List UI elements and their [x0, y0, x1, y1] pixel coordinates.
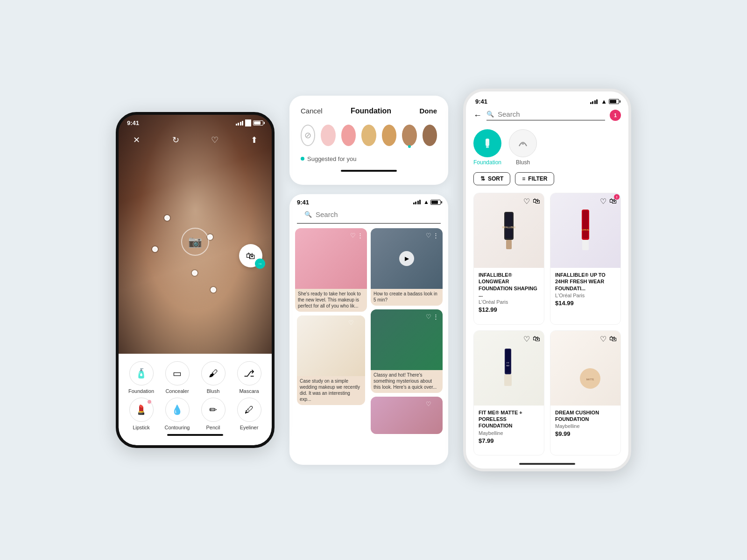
- heart-icon[interactable]: ♡: [206, 132, 223, 148]
- category-tab-blush[interactable]: Blush: [509, 129, 537, 166]
- product-card-1[interactable]: INFALLIBLE ♡ 🛍 INFALLIBLE® LONGWEAR FOUN…: [473, 193, 544, 325]
- category-mascara[interactable]: ⎇ Mascara: [232, 361, 266, 394]
- feed-heart-5[interactable]: ♡: [426, 400, 431, 407]
- contouring-label: Contouring: [165, 425, 190, 430]
- color-tan-swatch[interactable]: [382, 125, 396, 146]
- feed-play-icon[interactable]: ▶: [399, 251, 414, 266]
- feed-image-5: ♡: [371, 397, 443, 434]
- suggested-text: Suggested for you: [307, 155, 357, 162]
- camera-controls: ✕ ↻ ♡ ⬆: [119, 132, 272, 148]
- share-icon[interactable]: ⬆: [246, 132, 262, 148]
- search-icon: 🔍: [304, 211, 312, 218]
- color-pink-swatch[interactable]: [341, 125, 356, 146]
- lipstick-label: Lipstick: [133, 425, 150, 430]
- battery-icon: [609, 99, 619, 104]
- search-input-phone3[interactable]: [498, 110, 605, 118]
- close-icon[interactable]: ✕: [128, 132, 145, 148]
- add-to-cart-icon-3[interactable]: 🛍: [533, 335, 540, 343]
- color-light-pink-swatch[interactable]: [321, 125, 335, 146]
- product-info-2: INFALLIBLE® UP TO 24HR FRESH WEAR FOUNDA…: [550, 268, 620, 311]
- feed-item-1[interactable]: ♡ ⋮ She's ready to take her look to the …: [295, 228, 367, 312]
- wishlist-icon-3[interactable]: ♡: [523, 335, 530, 343]
- product-brand-3: Maybelline: [479, 430, 539, 436]
- eyeliner-icon-wrap: 🖊: [237, 398, 261, 422]
- add-to-cart-icon-4[interactable]: 🛍: [609, 335, 617, 343]
- feed-caption-4: Classy and hot! There's something myster…: [371, 370, 443, 393]
- add-to-cart-icon-2[interactable]: 🛍!: [609, 197, 617, 206]
- wifi-icon: ▲: [423, 199, 429, 205]
- category-foundation[interactable]: 🧴 Foundation: [124, 361, 158, 394]
- category-tab-foundation[interactable]: Foundation: [473, 129, 501, 166]
- filter-button[interactable]: ≡ FILTER: [515, 172, 554, 185]
- feed-heart-2[interactable]: ♡: [426, 232, 431, 239]
- color-dark-swatch[interactable]: [423, 125, 437, 146]
- product-card-4[interactable]: MATTE ♡ 🛍 DREAM CUSHION FOUNDATION Maybe…: [550, 330, 621, 455]
- category-concealer[interactable]: ▭ Concealer: [160, 361, 194, 394]
- feed-item-3[interactable]: ♡ Case study on a simple wedding makeup …: [297, 315, 365, 405]
- ar-dot: [164, 215, 170, 221]
- product-brand-4: Maybelline: [555, 423, 616, 429]
- picker-cancel-button[interactable]: Cancel: [301, 107, 323, 115]
- suggested-row: Suggested for you: [301, 155, 437, 162]
- svg-text:LOREAL: LOREAL: [582, 229, 590, 231]
- battery-icon: [430, 200, 441, 205]
- status-bar-phone3: 9:41 ▲: [466, 91, 628, 108]
- category-grid: 🧴 Foundation ▭ Concealer 🖌 Blush: [124, 361, 266, 430]
- category-contouring[interactable]: 💧 Contouring: [160, 398, 194, 430]
- search-bar-phone3[interactable]: 🔍: [486, 110, 605, 120]
- foundation-picker-card: Cancel Foundation Done ⊘ Suggested for y…: [289, 96, 448, 185]
- phone3-header: ← 🔍 1: [466, 108, 628, 125]
- wifi-icon: ▲: [601, 98, 607, 105]
- svg-point-3: [521, 142, 524, 145]
- blush-label: Blush: [207, 388, 220, 394]
- color-medium-swatch[interactable]: [402, 125, 416, 146]
- category-eyeliner[interactable]: 🖊 Eyeliner: [232, 398, 266, 430]
- category-pencil[interactable]: ✏ Pencil: [196, 398, 230, 430]
- feed-item-2[interactable]: ♡ ⋮ ▶ How to create a badass look in 5 m…: [371, 228, 443, 306]
- feed-item-5[interactable]: ♡: [371, 397, 443, 434]
- back-icon[interactable]: ←: [473, 111, 482, 120]
- feed-more-4[interactable]: ⋮: [433, 313, 439, 320]
- product-card-2[interactable]: LOREAL ♡ 🛍! INFALLIBLE® UP TO 24HR FRESH…: [550, 193, 621, 325]
- notification-badge[interactable]: 1: [610, 110, 621, 121]
- search-input-phone2[interactable]: [316, 210, 433, 218]
- color-light-tan-swatch[interactable]: [361, 125, 376, 146]
- wishlist-icon-1[interactable]: ♡: [523, 197, 530, 206]
- contouring-icon: 💧: [171, 404, 183, 415]
- signal-icon: [413, 200, 421, 204]
- category-section: 🧴 Foundation ▭ Concealer 🖌 Blush: [119, 354, 272, 445]
- product-card-3[interactable]: FIT ME! ♡ 🛍 FIT ME® MATTE + PORELESS FOU…: [473, 330, 544, 455]
- add-to-cart-icon-1[interactable]: 🛍: [533, 197, 540, 206]
- camera-shutter-button[interactable]: 📷: [181, 228, 209, 256]
- category-blush[interactable]: 🖌 Blush: [196, 361, 230, 394]
- feed-item-4[interactable]: ♡ ⋮ Classy and hot! There's something my…: [371, 309, 443, 393]
- feed-left-col: ♡ ⋮ She's ready to take her look to the …: [295, 228, 367, 460]
- mascara-icon-wrap: ⎇: [237, 361, 261, 385]
- eyeliner-label: Eyeliner: [240, 425, 259, 430]
- sort-button[interactable]: ⇅ SORT: [473, 172, 510, 185]
- mascara-label: Mascara: [239, 388, 259, 394]
- refresh-icon[interactable]: ↻: [167, 132, 184, 148]
- picker-done-button[interactable]: Done: [419, 107, 437, 115]
- category-lipstick[interactable]: 💄 Lipstick: [124, 398, 158, 430]
- svg-rect-1: [486, 146, 489, 148]
- products-grid: INFALLIBLE ♡ 🛍 INFALLIBLE® LONGWEAR FOUN…: [466, 189, 628, 459]
- concealer-label: Concealer: [165, 388, 189, 394]
- phone3-home-indicator: [519, 463, 575, 465]
- phone-feed: 9:41 ▲ 🔍 ♡ ⋮: [289, 194, 448, 465]
- feed-more-1[interactable]: ⋮: [357, 232, 363, 239]
- picker-header: Cancel Foundation Done: [301, 107, 437, 115]
- color-none-swatch[interactable]: ⊘: [301, 125, 315, 146]
- feed-heart-4[interactable]: ♡: [426, 313, 431, 320]
- search-bar-phone2[interactable]: 🔍: [297, 208, 441, 224]
- status-icons-phone3: ▲: [590, 98, 619, 105]
- svg-text:ME!: ME!: [506, 364, 509, 367]
- feed-heart-3[interactable]: ♡: [348, 319, 354, 326]
- product-name-3: FIT ME® MATTE + PORELESS FOUNDATION: [479, 409, 539, 429]
- feed-more-2[interactable]: ⋮: [433, 232, 439, 239]
- feed-heart-1[interactable]: ♡: [350, 232, 356, 239]
- suggested-dot-icon: [301, 157, 304, 161]
- wishlist-icon-2[interactable]: ♡: [600, 197, 606, 206]
- foundation-tab-icon: [473, 129, 501, 157]
- wishlist-icon-4[interactable]: ♡: [600, 335, 606, 343]
